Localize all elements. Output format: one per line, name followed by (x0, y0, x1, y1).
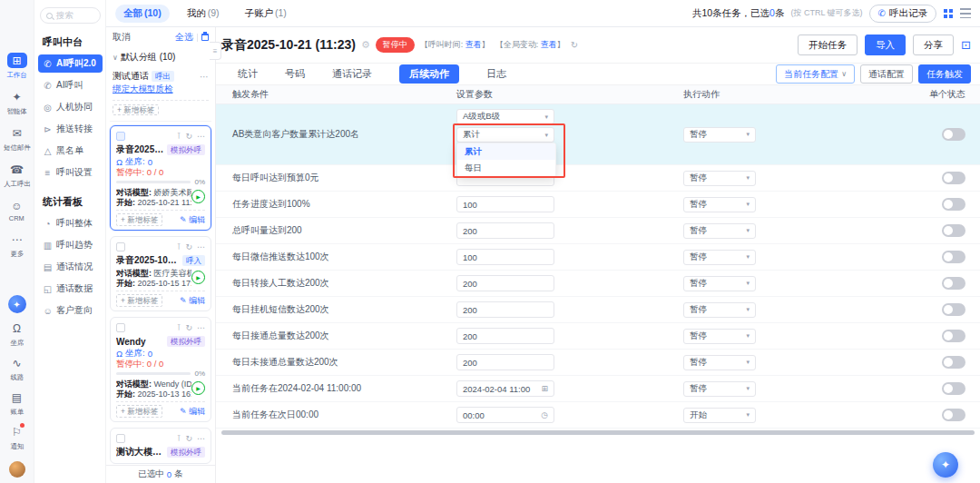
nav-item-通话数据[interactable]: ◱通话数据 (38, 280, 103, 298)
add-tag-button[interactable]: + 新增标签 (113, 104, 159, 115)
action-select[interactable]: 暂停▾ (683, 250, 756, 265)
tab-号码[interactable]: 号码 (285, 67, 305, 81)
loop-icon[interactable]: ↻ (185, 242, 192, 251)
pin-icon[interactable]: ⊺ (177, 434, 181, 443)
task-card[interactable]: ⊺↻⋯录音2025-10-21 (11:2...模拟外呼Ω坐席:0暂停中: 0 … (110, 125, 211, 231)
action-select[interactable]: 暂停▾ (683, 302, 756, 318)
param-input[interactable]: 2024-02-04 11:00⊞ (456, 380, 554, 397)
user-avatar[interactable] (9, 461, 25, 478)
status-toggle[interactable] (942, 303, 965, 316)
nav-item-客户意向[interactable]: ☺客户意向 (38, 301, 103, 320)
param-input[interactable]: 200 (456, 328, 554, 344)
param-input[interactable]: 100 (456, 249, 554, 265)
start-task-button[interactable]: 开始任务 (798, 34, 858, 55)
param-select[interactable]: 累计▾ (456, 127, 554, 143)
rail-item-bill[interactable]: ▤账单 (7, 389, 27, 418)
nav-item-AI呼叫[interactable]: ✆AI呼叫 (38, 76, 103, 94)
scope-tab-子账户[interactable]: 子账户(1) (237, 5, 295, 23)
add-tag-button[interactable]: + 新增标签 (116, 294, 162, 307)
status-toggle[interactable] (942, 224, 965, 237)
gear-icon[interactable]: ⚙ (361, 39, 370, 51)
checkbox[interactable] (116, 242, 125, 251)
dropdown-option[interactable]: 每日 (457, 160, 555, 176)
checkbox[interactable] (116, 323, 125, 332)
edit-button[interactable]: ✎ 编辑 (180, 295, 205, 307)
action-select[interactable]: 暂停▾ (683, 171, 756, 186)
status-toggle[interactable] (942, 409, 965, 421)
rail-item-manual-call[interactable]: ☎人工呼出 (1, 162, 34, 190)
tab-后续动作[interactable]: 后续动作 (399, 64, 459, 84)
current-task-config-button[interactable]: 当前任务配置∨ (776, 64, 855, 84)
edit-button[interactable]: ✎ 编辑 (180, 214, 205, 226)
action-select[interactable]: 暂停▾ (683, 381, 756, 397)
loop-icon[interactable]: ↻ (185, 132, 192, 141)
status-toggle[interactable] (942, 251, 965, 263)
nav-item-人机协同[interactable]: ◎人机协同 (38, 98, 103, 116)
checkbox[interactable] (116, 132, 125, 141)
grid-view-icon[interactable] (943, 8, 954, 19)
param-input[interactable]: 200 (456, 354, 554, 370)
tab-通话记录[interactable]: 通话记录 (332, 67, 372, 81)
add-tag-button[interactable]: + 新增标签 (116, 405, 162, 418)
edit-button[interactable]: ✎ 编辑 (180, 406, 205, 418)
action-select[interactable]: 暂停▾ (683, 197, 756, 212)
more-icon[interactable]: ⋯ (197, 242, 205, 251)
view-link[interactable]: 查看 (466, 40, 482, 49)
scope-tab-全部[interactable]: 全部(10) (115, 5, 170, 23)
list-view-icon[interactable] (960, 8, 971, 18)
view-link[interactable]: 查看 (541, 40, 557, 49)
play-button[interactable]: ▶ (191, 381, 205, 395)
trash-icon[interactable] (201, 34, 209, 41)
brand-logo[interactable]: ✦ (8, 295, 26, 313)
bind-model-link[interactable]: 绑定大模型质检 (113, 84, 209, 96)
action-select[interactable]: 暂停▾ (683, 276, 756, 291)
loop-icon[interactable]: ↻ (185, 434, 192, 443)
nav-item-通话情况[interactable]: ▤通话情况 (38, 258, 103, 276)
status-toggle[interactable] (942, 277, 965, 290)
more-icon[interactable]: ⋯ (197, 323, 205, 332)
nav-item-黑名单[interactable]: △黑名单 (38, 142, 103, 160)
status-toggle[interactable] (942, 356, 965, 369)
cancel-button[interactable]: 取消 (113, 31, 131, 44)
task-card[interactable]: ⊺↻⋯录音2025-10-15 (17:42)呼入对话模型: 医疗美容机构回访 … (110, 236, 211, 311)
nav-item-呼叫趋势[interactable]: ▥呼叫趋势 (38, 236, 103, 254)
select-all-button[interactable]: 全选 (175, 31, 193, 44)
more-icon[interactable]: ⋯ (197, 434, 205, 443)
status-toggle[interactable] (942, 330, 965, 342)
rail-item-line[interactable]: ∿线路 (7, 355, 27, 383)
horizontal-scrollbar[interactable] (221, 430, 975, 435)
param-select[interactable]: A级或B级▾ (456, 109, 554, 124)
scope-tab-我的[interactable]: 我的(9) (179, 5, 228, 23)
more-icon[interactable]: ⋯ (200, 72, 209, 82)
param-input[interactable]: 00:00◷ (456, 407, 554, 423)
task-card[interactable]: ⊺↻⋯测访大模型测试模拟外呼 (110, 428, 211, 464)
rail-item-more[interactable]: ⋯更多 (1, 232, 34, 260)
nav-item-推送转接[interactable]: ⊳推送转接 (38, 120, 103, 138)
nav-item-呼叫整体[interactable]: ◔呼叫整体 (38, 214, 103, 232)
rail-item-crm[interactable]: ☺CRM (1, 198, 34, 223)
rail-item-seat[interactable]: Ω坐席 (7, 320, 27, 349)
nav-item-呼叫设置[interactable]: ≡呼叫设置 (38, 163, 103, 182)
play-button[interactable]: ▶ (191, 271, 205, 284)
param-input[interactable]: 200 (456, 301, 554, 318)
add-tag-button[interactable]: + 新增标签 (116, 213, 162, 226)
play-button[interactable]: ▶ (191, 190, 205, 203)
action-select[interactable]: 暂停▾ (683, 355, 756, 370)
param-input[interactable]: 200 (456, 222, 554, 239)
call-config-button[interactable]: 通话配置 (860, 64, 913, 84)
tab-日志[interactable]: 日志 (486, 67, 506, 81)
task-card[interactable]: ⊺↻⋯Wendy模拟外呼Ω坐席:0暂停中: 0 / 00%对话模型: Wendy… (110, 317, 211, 422)
search-input[interactable]: 搜索 (40, 7, 101, 24)
pin-icon[interactable]: ⊺ (177, 323, 181, 332)
action-select[interactable]: 暂停▾ (683, 329, 756, 344)
fullscreen-icon[interactable]: ⊡ (961, 38, 971, 52)
status-toggle[interactable] (942, 382, 965, 395)
assistant-float-button[interactable]: ✦ (933, 452, 958, 478)
pin-icon[interactable]: ⊺ (177, 132, 181, 141)
collapse-handle[interactable]: ≡ (210, 42, 221, 60)
action-select[interactable]: 开始▾ (683, 408, 756, 423)
nav-item-AI呼叫2.0[interactable]: ✆AI呼叫2.0 (38, 54, 103, 73)
status-toggle[interactable] (942, 128, 965, 141)
more-icon[interactable]: ⋯ (197, 132, 205, 141)
share-button[interactable]: 分享 (913, 34, 954, 55)
